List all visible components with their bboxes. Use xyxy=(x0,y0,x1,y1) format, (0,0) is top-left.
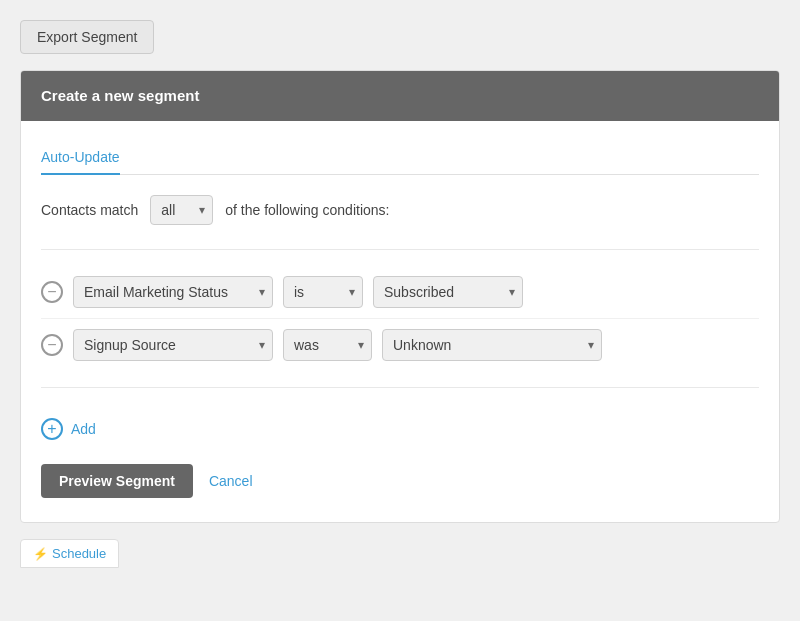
cancel-button[interactable]: Cancel xyxy=(209,473,253,489)
preview-segment-button[interactable]: Preview Segment xyxy=(41,464,193,498)
card-body: Auto-Update Contacts match all any of th… xyxy=(21,121,779,522)
add-condition-row[interactable]: + Add xyxy=(41,404,759,444)
value-select-wrapper-2: Unknown API Manual xyxy=(382,329,602,361)
card-header: Create a new segment xyxy=(21,71,779,121)
operator-select-2[interactable]: was was not xyxy=(283,329,372,361)
add-icon: + xyxy=(41,418,63,440)
field-select-1[interactable]: Email Marketing Status xyxy=(73,276,273,308)
field-select-wrapper-1: Email Marketing Status xyxy=(73,276,273,308)
operator-select-wrapper-1: is is not xyxy=(283,276,363,308)
condition-row-1: − Email Marketing Status is is not xyxy=(41,266,759,318)
card-title: Create a new segment xyxy=(41,87,199,104)
operator-select-wrapper-2: was was not xyxy=(283,329,372,361)
segment-card: Create a new segment Auto-Update Contact… xyxy=(20,70,780,523)
condition-row-2: − Signup Source was was not xyxy=(41,318,759,371)
export-segment-button[interactable]: Export Segment xyxy=(20,20,154,54)
tab-autoupdate[interactable]: Auto-Update xyxy=(41,141,120,175)
schedule-tab[interactable]: ⚡ Schedule xyxy=(20,539,119,568)
contacts-match-row: Contacts match all any of the following … xyxy=(41,195,759,225)
contacts-match-label: Contacts match xyxy=(41,202,138,218)
tab-row: Auto-Update xyxy=(41,141,759,175)
field-select-2[interactable]: Signup Source xyxy=(73,329,273,361)
match-type-wrapper: all any xyxy=(150,195,213,225)
value-select-1[interactable]: Subscribed Unsubscribed xyxy=(373,276,523,308)
actions-row: Preview Segment Cancel xyxy=(41,464,759,498)
value-select-wrapper-1: Subscribed Unsubscribed xyxy=(373,276,523,308)
page-container: Export Segment Create a new segment Auto… xyxy=(20,20,780,568)
remove-condition-1-button[interactable]: − xyxy=(41,281,63,303)
minus-icon: − xyxy=(47,284,56,300)
add-label: Add xyxy=(71,421,96,437)
lightning-icon: ⚡ xyxy=(33,547,48,561)
match-type-select[interactable]: all any xyxy=(150,195,213,225)
schedule-tab-label: Schedule xyxy=(52,546,106,561)
conditions-section: − Email Marketing Status is is not xyxy=(41,249,759,388)
value-select-2[interactable]: Unknown API Manual xyxy=(382,329,602,361)
remove-condition-2-button[interactable]: − xyxy=(41,334,63,356)
minus-icon-2: − xyxy=(47,337,56,353)
contacts-match-suffix: of the following conditions: xyxy=(225,202,389,218)
field-select-wrapper-2: Signup Source xyxy=(73,329,273,361)
operator-select-1[interactable]: is is not xyxy=(283,276,363,308)
